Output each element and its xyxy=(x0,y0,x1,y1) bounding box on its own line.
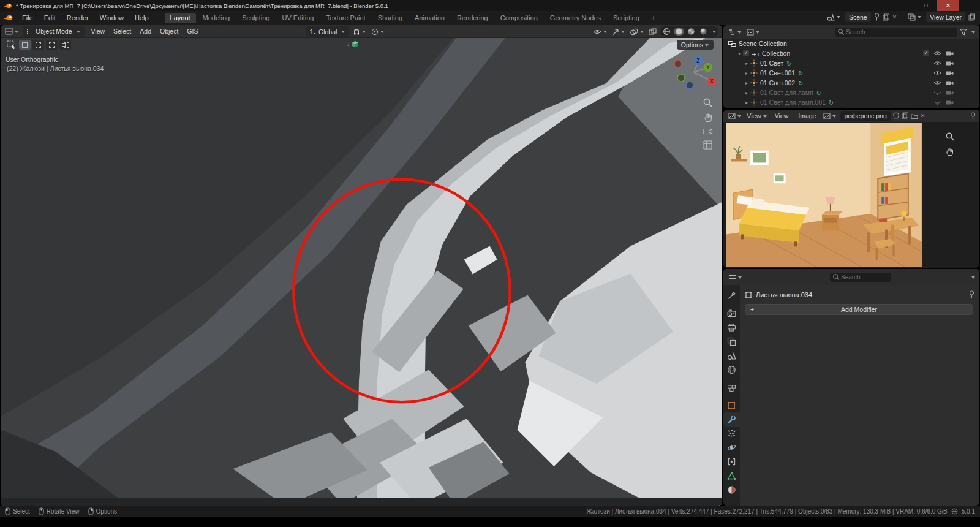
properties-tab-physics[interactable] xyxy=(723,441,740,455)
pan-hand-icon[interactable] xyxy=(703,113,713,123)
xray-toggle[interactable] xyxy=(647,28,658,36)
shading-solid-button[interactable] xyxy=(674,28,684,36)
shading-material-button[interactable] xyxy=(686,27,696,36)
select-box-tool-icon[interactable] xyxy=(7,40,17,50)
expand-arrow-icon[interactable]: ▸ xyxy=(743,61,750,66)
view-layer-name-field[interactable]: View Layer xyxy=(926,12,965,22)
workspace-tab-sculpting[interactable]: Sculpting xyxy=(236,13,275,23)
viewport-3d-scene[interactable] xyxy=(1,38,722,506)
workspace-tab-compositing[interactable]: Compositing xyxy=(495,13,543,23)
tool-options-dropdown[interactable]: Options xyxy=(677,40,714,50)
expand-arrow-icon[interactable]: ▸ xyxy=(743,70,750,76)
browse-image-button[interactable] xyxy=(822,112,838,120)
image-menu-view[interactable]: View xyxy=(771,112,793,120)
properties-tab-object-data[interactable] xyxy=(723,469,740,483)
unlink-image-button[interactable]: ✕ xyxy=(921,113,925,119)
grid-toggle-icon[interactable] xyxy=(703,140,712,150)
mode-selector[interactable]: Object Mode xyxy=(23,26,85,37)
exclude-checkbox[interactable]: ✓ xyxy=(923,50,929,56)
hide-eye-icon[interactable] xyxy=(933,50,941,56)
disable-render-camera-icon[interactable] xyxy=(946,99,954,105)
menu-help[interactable]: Help xyxy=(130,13,154,23)
outliner-search-input[interactable] xyxy=(835,28,957,37)
workspace-tab-texture-paint[interactable]: Texture Paint xyxy=(320,13,371,23)
close-button[interactable]: ✕ xyxy=(937,0,959,11)
browse-scene-button[interactable] xyxy=(826,13,842,21)
properties-tab-collection[interactable] xyxy=(723,381,740,395)
outliner-row-collection[interactable]: ▾ ✓ Collection ✓ xyxy=(723,48,979,58)
scene-name-field[interactable]: Scene xyxy=(845,12,871,22)
properties-options-caret[interactable] xyxy=(971,276,975,281)
properties-tab-material[interactable] xyxy=(723,483,740,497)
proportional-editing-button[interactable] xyxy=(370,28,386,36)
maximize-button[interactable]: □ xyxy=(915,0,937,11)
navigation-gizmo[interactable]: Z Y X xyxy=(671,53,722,94)
properties-tab-render[interactable] xyxy=(723,306,740,320)
workspace-tab-scripting[interactable]: Scripting xyxy=(608,13,645,23)
shading-rendered-button[interactable] xyxy=(698,27,709,36)
expand-arrow-icon[interactable]: ▸ xyxy=(743,80,750,86)
breadcrumb-chevron[interactable]: › xyxy=(347,41,349,48)
axis-y-handle[interactable]: Y xyxy=(704,63,713,72)
disable-render-camera-icon[interactable] xyxy=(946,60,954,66)
axis-x-handle[interactable]: X xyxy=(707,77,717,86)
workspace-tab-shading[interactable]: Shading xyxy=(372,13,408,23)
collapse-arrow-icon[interactable]: ▾ xyxy=(736,51,743,56)
axis-neg-y-handle[interactable] xyxy=(677,74,685,82)
properties-tab-particles[interactable] xyxy=(723,427,740,441)
delete-scene-button[interactable]: ✕ xyxy=(892,14,897,20)
select-mode-ext-button[interactable] xyxy=(32,40,44,50)
snapping-button[interactable] xyxy=(352,28,368,36)
object-visibility-button[interactable] xyxy=(592,28,609,36)
add-workspace-button[interactable]: + xyxy=(646,13,661,23)
select-mode-new-button[interactable] xyxy=(19,40,31,50)
outliner-display-mode-button[interactable] xyxy=(745,28,761,36)
expand-arrow-icon[interactable]: ▸ xyxy=(743,100,750,105)
properties-tab-tool[interactable] xyxy=(723,289,740,303)
properties-editor-type-button[interactable] xyxy=(727,273,744,281)
browse-view-layer-button[interactable] xyxy=(907,13,923,21)
overlays-button[interactable] xyxy=(628,28,646,36)
open-folder-icon[interactable] xyxy=(911,113,918,119)
blender-menu-icon[interactable] xyxy=(4,14,13,21)
viewport-menu-select[interactable]: Select xyxy=(109,27,135,36)
disable-render-camera-icon[interactable] xyxy=(946,80,954,86)
properties-tab-object[interactable] xyxy=(723,398,740,412)
outliner-row-light[interactable]: ▸ 01 Свет.001 ↻ xyxy=(723,68,979,78)
outliner-row-light[interactable]: ▸ 01 Свет.002 ↻ xyxy=(723,78,979,88)
pin-icon[interactable] xyxy=(969,290,974,298)
hidden-eye-closed-icon[interactable] xyxy=(933,89,941,96)
image-editor-type-button[interactable] xyxy=(727,112,743,120)
collection-checkbox[interactable]: ✓ xyxy=(743,50,749,56)
transform-orientation-selector[interactable]: Global xyxy=(306,26,349,37)
workspace-tab-geometry-nodes[interactable]: Geometry Nodes xyxy=(545,13,606,23)
viewport-canvas[interactable] xyxy=(1,38,722,506)
filter-funnel-icon[interactable] xyxy=(960,29,967,36)
filter-dropdown-caret[interactable] xyxy=(971,31,975,36)
editor-type-button[interactable] xyxy=(4,27,20,36)
zoom-tool-icon[interactable] xyxy=(703,97,713,108)
workspace-tab-rendering[interactable]: Rendering xyxy=(451,13,494,23)
add-modifier-button[interactable]: + Add Modifier xyxy=(745,304,973,315)
disable-render-camera-icon[interactable] xyxy=(946,70,954,76)
outliner-row-light[interactable]: ▸ 01 Свет ↻ xyxy=(723,58,979,68)
workspace-tab-animation[interactable]: Animation xyxy=(409,13,450,23)
image-name-field[interactable]: референс.png xyxy=(840,111,890,121)
duplicate-image-icon[interactable] xyxy=(902,112,908,119)
gizmos-button[interactable] xyxy=(611,28,627,36)
menu-render[interactable]: Render xyxy=(62,13,94,23)
properties-tab-view-layer[interactable] xyxy=(723,335,740,349)
outliner-row-light-hidden[interactable]: ▸ 01 Свет для ламп.001 ↻ xyxy=(723,97,979,107)
menu-window[interactable]: Window xyxy=(95,13,129,23)
viewport-menu-object[interactable]: Object xyxy=(156,27,183,36)
pan-hand-icon[interactable] xyxy=(945,147,954,156)
viewport-menu-gis[interactable]: GIS xyxy=(183,27,202,36)
zoom-tool-icon[interactable] xyxy=(945,132,955,142)
minimize-button[interactable]: ─ xyxy=(893,0,915,11)
fake-user-shield-icon[interactable] xyxy=(893,112,899,119)
select-mode-diff-button[interactable] xyxy=(59,40,71,50)
pin-icon[interactable] xyxy=(970,112,976,120)
properties-tab-scene[interactable] xyxy=(723,349,740,363)
properties-tab-constraints[interactable] xyxy=(723,455,740,469)
axis-z-handle[interactable]: Z xyxy=(694,56,703,66)
